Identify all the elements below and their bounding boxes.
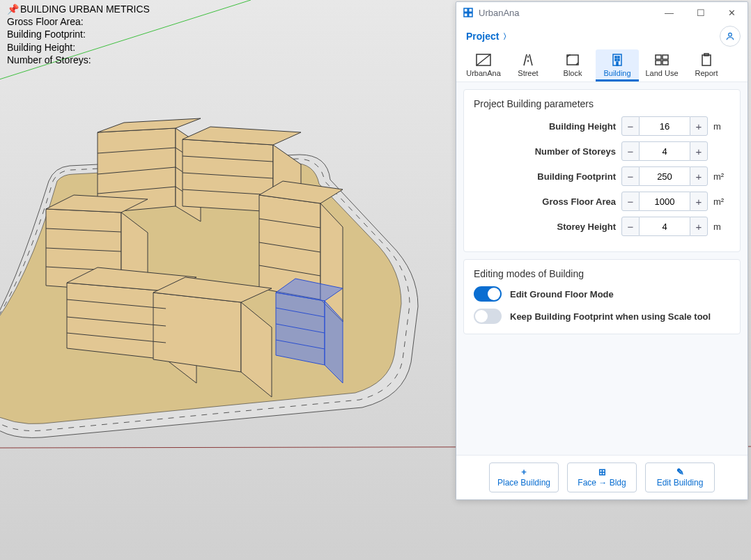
- pencil-icon: ✎: [676, 467, 684, 476]
- project-label: Project: [466, 31, 499, 42]
- tabs: UrbanAna Street Block Building Land Use …: [456, 49, 748, 82]
- window-close-button[interactable]: ✕: [716, 3, 748, 22]
- svg-point-44: [729, 33, 732, 36]
- tab-block[interactable]: Block: [551, 49, 594, 81]
- street-icon: [519, 52, 537, 68]
- gfa-input[interactable]: [640, 192, 690, 211]
- param-building-height: Building Height − + m: [474, 116, 730, 136]
- svg-rect-63: [702, 55, 711, 65]
- decrement-button[interactable]: −: [621, 217, 640, 236]
- svg-line-48: [529, 54, 532, 65]
- tab-label: Land Use: [645, 69, 678, 77]
- editmodes-title: Editing modes of Building: [474, 268, 730, 279]
- building-height-input[interactable]: [640, 116, 690, 136]
- plus-icon: +: [521, 467, 527, 476]
- window-maximize-button[interactable]: ☐: [685, 3, 716, 22]
- window-minimize-button[interactable]: —: [653, 3, 685, 22]
- tab-landuse[interactable]: Land Use: [640, 49, 683, 81]
- button-label: Place Building: [497, 478, 550, 488]
- tab-label: Building: [603, 69, 630, 77]
- svg-marker-32: [153, 293, 241, 372]
- panel-footer: + Place Building ⊞ Face → Bldg ✎ Edit Bu…: [456, 455, 748, 499]
- metric-row: Gross Floor Area:: [7, 15, 150, 28]
- svg-rect-51: [567, 55, 578, 65]
- unit-label: m²: [713, 196, 730, 207]
- face-icon: ⊞: [598, 467, 606, 476]
- tab-building[interactable]: Building: [596, 49, 639, 81]
- tab-report[interactable]: Report: [685, 49, 728, 81]
- editmodes-card: Editing modes of Building Edit Ground Fl…: [463, 259, 741, 334]
- increment-button[interactable]: +: [690, 116, 708, 136]
- panel-titlebar: UrbanAna — ☐ ✕: [456, 2, 748, 23]
- decrement-button[interactable]: −: [621, 141, 640, 161]
- user-avatar[interactable]: [720, 26, 741, 47]
- toggle-edit-ground-floor: Edit Ground Floor Mode: [474, 286, 730, 302]
- increment-button[interactable]: +: [690, 192, 708, 211]
- metrics-title: BUILDING URBAN METRICS: [20, 3, 150, 15]
- footprint-stepper: − +: [621, 166, 708, 186]
- button-label: Edit Building: [657, 478, 704, 488]
- unit-label: m²: [713, 171, 730, 182]
- gfa-stepper: − +: [621, 192, 708, 211]
- svg-rect-55: [618, 56, 619, 58]
- metric-row: Number of Storeys:: [7, 54, 150, 66]
- landuse-icon: [653, 52, 671, 68]
- app-title: UrbanAna: [479, 8, 653, 18]
- param-building-footprint: Building Footprint − + m²: [474, 166, 730, 186]
- button-label: Face → Bldg: [578, 478, 626, 488]
- keep-footprint-toggle[interactable]: [474, 309, 502, 324]
- toggle-keep-footprint: Keep Building Footprint when using Scale…: [474, 309, 730, 324]
- face-to-bldg-button[interactable]: ⊞ Face → Bldg: [567, 462, 637, 492]
- params-card: Project Building parameters Building Hei…: [463, 89, 741, 252]
- svg-line-47: [524, 54, 527, 65]
- storey-height-input[interactable]: [640, 217, 690, 236]
- building-icon: [608, 52, 626, 68]
- tab-label: Report: [695, 69, 718, 77]
- tab-label: Block: [564, 69, 582, 77]
- footprint-input[interactable]: [640, 166, 690, 186]
- tab-street[interactable]: Street: [506, 49, 550, 81]
- edit-ground-floor-toggle[interactable]: [474, 286, 502, 302]
- project-breadcrumb[interactable]: Project 〉: [466, 31, 511, 42]
- tab-label: Street: [518, 69, 538, 77]
- unit-label: m: [713, 221, 730, 232]
- tab-urbanana[interactable]: UrbanAna: [462, 49, 505, 81]
- metrics-overlay: 📌BUILDING URBAN METRICS Gross Floor Area…: [7, 3, 150, 66]
- report-icon: [697, 52, 715, 68]
- svg-rect-60: [663, 55, 668, 59]
- urbanana-icon: [474, 52, 493, 68]
- increment-button[interactable]: +: [690, 217, 708, 236]
- breadcrumb-row: Project 〉: [456, 23, 748, 49]
- chevron-right-icon: 〉: [503, 31, 511, 42]
- increment-button[interactable]: +: [690, 166, 708, 186]
- param-gross-floor-area: Gross Floor Area − + m²: [474, 192, 730, 211]
- metric-row: Building Height:: [7, 41, 150, 54]
- svg-rect-57: [618, 59, 619, 61]
- param-label: Building Footprint: [474, 171, 616, 182]
- param-label: Number of Storeys: [474, 146, 616, 157]
- storey-height-stepper: − +: [621, 217, 708, 236]
- edit-building-button[interactable]: ✎ Edit Building: [645, 462, 715, 492]
- storeys-stepper: − +: [621, 141, 708, 161]
- param-label: Storey Height: [474, 221, 616, 232]
- block-icon: [564, 52, 582, 68]
- param-label: Building Height: [474, 121, 616, 132]
- panel-content: Project Building parameters Building Hei…: [456, 82, 748, 455]
- svg-rect-58: [617, 62, 618, 65]
- svg-rect-54: [615, 56, 617, 58]
- decrement-button[interactable]: −: [621, 116, 640, 136]
- svg-rect-62: [663, 61, 668, 65]
- toggle-label: Keep Building Footprint when using Scale…: [510, 311, 711, 322]
- storeys-input[interactable]: [640, 141, 690, 161]
- place-building-button[interactable]: + Place Building: [489, 462, 559, 492]
- app-logo-icon: [462, 6, 474, 19]
- svg-rect-59: [656, 55, 661, 59]
- increment-button[interactable]: +: [690, 141, 708, 161]
- decrement-button[interactable]: −: [621, 166, 640, 186]
- building-height-stepper: − +: [621, 116, 708, 136]
- tab-label: UrbanAna: [466, 69, 501, 77]
- decrement-button[interactable]: −: [621, 192, 640, 211]
- param-number-of-storeys: Number of Storeys − +: [474, 141, 730, 161]
- svg-line-46: [477, 54, 490, 65]
- unit-label: m: [713, 121, 730, 132]
